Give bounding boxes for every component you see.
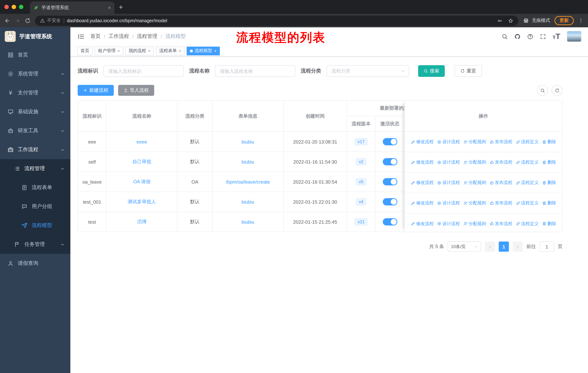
design-process-link[interactable]: 设计流程	[437, 200, 460, 206]
tag-首页[interactable]: 首页	[77, 46, 93, 55]
new-tab-button[interactable]: +	[119, 3, 123, 11]
browser-tab[interactable]: 芋道管理系统 ×	[30, 1, 115, 14]
design-process-link[interactable]: 设计流程	[437, 139, 460, 145]
sidebar-item-workflow[interactable]: 工作流程	[0, 140, 70, 159]
tag-流程模型[interactable]: 流程模型×	[187, 46, 220, 55]
edit-process-link[interactable]: 修改流程	[411, 221, 434, 227]
prev-page-button[interactable]: ‹	[485, 242, 495, 252]
form-info-link[interactable]: /bpm/oa/leave/create	[226, 179, 270, 184]
process-name-link[interactable]: eeee	[136, 139, 147, 144]
back-icon[interactable]	[4, 18, 10, 23]
tag-close-icon[interactable]: ×	[148, 48, 151, 53]
url-bar[interactable]: 不安全 dashboard.yudao.iocoder.cn/bpm/manag…	[35, 15, 518, 26]
sidebar-item-task-management[interactable]: 任务管理	[0, 235, 70, 254]
sidebar-item-devtools[interactable]: 研发工具	[0, 121, 70, 140]
page-size-select[interactable]: 10条/页	[448, 242, 481, 252]
form-info-link[interactable]: biubiu	[242, 139, 254, 144]
active-toggle[interactable]	[383, 138, 397, 145]
assign-rule-link[interactable]: 分配规则	[463, 221, 486, 227]
assign-rule-link[interactable]: 分配规则	[463, 139, 486, 145]
delete-link[interactable]: 删除	[542, 200, 556, 206]
current-page-button[interactable]: 1	[499, 242, 509, 252]
breadcrumb-item[interactable]: 流程管理	[137, 33, 158, 40]
tag-我的流程[interactable]: 我的流程×	[126, 46, 154, 55]
reset-button[interactable]: 重置	[455, 65, 482, 77]
process-name-link[interactable]: 测试多审批人	[128, 199, 156, 204]
assign-rule-link[interactable]: 分配规则	[463, 159, 486, 165]
active-toggle[interactable]	[383, 218, 397, 225]
tag-流程表单[interactable]: 流程表单×	[156, 46, 184, 55]
active-toggle[interactable]	[383, 198, 397, 205]
browser-menu-icon[interactable]	[578, 18, 584, 23]
delete-link[interactable]: 删除	[542, 159, 556, 165]
forward-icon[interactable]	[15, 18, 21, 23]
delete-link[interactable]: 删除	[542, 221, 556, 227]
search-icon[interactable]	[501, 33, 508, 40]
sidebar-item-process-management[interactable]: 流程管理	[0, 159, 70, 178]
search-button[interactable]: 搜索	[418, 65, 445, 77]
version-badge[interactable]: v2	[356, 158, 366, 165]
bookmark-star-icon[interactable]	[508, 18, 513, 23]
form-info-link[interactable]: biubiu	[242, 159, 254, 164]
publish-process-link[interactable]: 发布流程	[489, 159, 512, 165]
help-icon[interactable]	[527, 33, 533, 40]
process-name-input[interactable]	[215, 65, 295, 77]
process-definition-link[interactable]: 流程定义	[516, 200, 539, 206]
sidebar-item-leave-query[interactable]: 请假查询	[0, 254, 70, 273]
active-toggle[interactable]	[383, 178, 397, 185]
user-avatar[interactable]	[567, 31, 581, 42]
sidebar-item-user-group[interactable]: 用户分组	[0, 197, 70, 216]
assign-rule-link[interactable]: 分配规则	[463, 200, 486, 206]
goto-page-input[interactable]	[539, 242, 554, 252]
font-size-icon[interactable]: тT	[552, 32, 560, 41]
assign-rule-link[interactable]: 分配规则	[463, 180, 486, 186]
fullscreen-icon[interactable]	[540, 33, 546, 40]
edit-process-link[interactable]: 修改流程	[411, 159, 434, 165]
tag-close-icon[interactable]: ×	[117, 48, 120, 53]
version-badge[interactable]: v17	[355, 138, 368, 145]
design-process-link[interactable]: 设计流程	[437, 221, 460, 227]
sidebar-item-payment[interactable]: ¥支付管理	[0, 83, 70, 102]
window-close-button[interactable]	[4, 5, 9, 9]
process-id-input[interactable]	[104, 65, 184, 77]
breadcrumb-item[interactable]: 首页	[90, 33, 101, 40]
publish-process-link[interactable]: 发布流程	[489, 139, 512, 145]
tag-close-icon[interactable]: ×	[179, 48, 181, 53]
refresh-table-button[interactable]	[552, 85, 562, 96]
form-info-link[interactable]: biubiu	[242, 199, 254, 204]
tag-租户管理[interactable]: 租户管理×	[95, 46, 123, 55]
chrome-update-button[interactable]: 更新	[555, 16, 574, 25]
tab-close-icon[interactable]: ×	[108, 5, 111, 10]
sidebar-item-infrastructure[interactable]: 基础设施	[0, 102, 70, 121]
design-process-link[interactable]: 设计流程	[437, 180, 460, 186]
reload-icon[interactable]	[25, 18, 31, 23]
form-info-link[interactable]: biubiu	[242, 219, 254, 225]
sidebar-item-system[interactable]: 系统管理	[0, 64, 70, 83]
next-page-button[interactable]: ›	[513, 242, 523, 252]
breadcrumb-item[interactable]: 流程模型	[165, 33, 186, 40]
delete-link[interactable]: 删除	[542, 139, 556, 145]
publish-process-link[interactable]: 发布流程	[489, 200, 512, 206]
process-name-link[interactable]: 滔博	[137, 219, 147, 224]
import-process-button[interactable]: 导入流程	[118, 85, 154, 96]
app-logo[interactable]: 芋道管理系统	[0, 27, 70, 46]
process-name-link[interactable]: OA 请假	[133, 179, 150, 184]
edit-process-link[interactable]: 修改流程	[411, 180, 434, 186]
key-icon[interactable]	[497, 18, 502, 23]
sidebar-collapse-icon[interactable]	[74, 33, 88, 40]
sidebar-item-process-form[interactable]: 流程表单	[0, 178, 70, 197]
version-badge[interactable]: v21	[355, 218, 368, 225]
github-icon[interactable]	[514, 33, 520, 40]
version-badge[interactable]: v4	[356, 198, 366, 205]
window-minimize-button[interactable]	[12, 5, 16, 9]
sidebar-item-process-model[interactable]: 流程模型	[0, 216, 70, 235]
window-zoom-button[interactable]	[19, 5, 23, 9]
delete-link[interactable]: 删除	[542, 180, 556, 186]
sidebar-item-home[interactable]: 首页	[0, 46, 70, 64]
process-definition-link[interactable]: 流程定义	[516, 159, 539, 165]
publish-process-link[interactable]: 发布流程	[489, 221, 512, 227]
create-process-button[interactable]: 新建流程	[78, 85, 114, 96]
process-definition-link[interactable]: 流程定义	[516, 221, 539, 227]
tag-close-icon[interactable]: ×	[214, 48, 217, 53]
breadcrumb-item[interactable]: 工作流程	[109, 33, 129, 40]
